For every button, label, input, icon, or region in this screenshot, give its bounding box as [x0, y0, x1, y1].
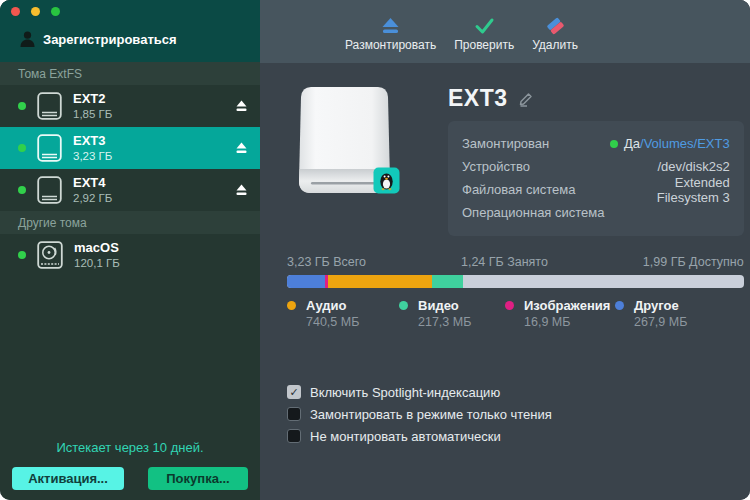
volume-name: EXT4: [73, 175, 234, 191]
verify-label: Проверить: [454, 38, 514, 52]
volume-size: 3,23 ГБ: [73, 149, 234, 163]
purchase-button[interactable]: Покупка...: [148, 467, 248, 490]
expiry-text: Истекает через 10 дней.: [12, 440, 248, 455]
minimize-window-button[interactable]: [31, 7, 40, 16]
mounted-status-dot: [18, 251, 26, 259]
volume-size: 1,85 ГБ: [73, 107, 234, 121]
capacity-section: 3,23 ГБ Всего 1,24 ГБ Занято 1,99 ГБ Дос…: [287, 255, 744, 329]
mounted-status: Да: [624, 136, 640, 151]
toolbar: Размонтировать Проверить Удалить: [260, 0, 750, 63]
external-drive-icon: [37, 134, 62, 162]
volume-drive-image: [297, 85, 392, 202]
linux-badge-icon: [373, 167, 400, 194]
erase-label: Удалить: [532, 38, 578, 52]
unmount-label: Размонтировать: [345, 38, 436, 52]
mount-point-link[interactable]: /Volumes/EXT3: [640, 136, 730, 151]
close-window-button[interactable]: [11, 7, 20, 16]
legend-value: 740,5 МБ: [306, 315, 359, 329]
activation-button[interactable]: Активация...: [12, 467, 124, 490]
legend-value: 267,9 МБ: [634, 315, 687, 329]
legend-dot-audio: [287, 301, 296, 310]
main-pane: Размонтировать Проверить Удалить: [260, 0, 750, 500]
eraser-icon: [545, 17, 566, 35]
legend-item-audio: Аудио740,5 МБ: [287, 297, 399, 329]
app-window: Зарегистрироваться Тома ExtFS EXT2 1,85 …: [0, 0, 750, 500]
verify-button[interactable]: Проверить: [454, 11, 514, 52]
legend-label: Другое: [634, 297, 687, 315]
option-label: Замонтировать в режиме только чтения: [310, 407, 552, 422]
sidebar-item-ext3[interactable]: EXT3 3,23 ГБ: [0, 127, 260, 169]
legend-value: 16,9 МБ: [524, 315, 610, 329]
register-label: Зарегистрироваться: [43, 32, 177, 47]
legend-item-other: Другое267,9 МБ: [615, 297, 687, 329]
volume-details: EXT3 Замонтирован Да /Volumes/EXT: [260, 63, 750, 500]
external-drive-icon: [37, 92, 62, 120]
option-label: Включить Spotlight-индексацию: [310, 385, 500, 400]
legend-label: Аудио: [306, 297, 359, 315]
capacity-segment-video: [432, 275, 463, 288]
edit-name-icon[interactable]: [518, 90, 535, 107]
volume-size: 120,1 ГБ: [74, 256, 248, 270]
option-do-not-mount-auto[interactable]: Не монтировать автоматически: [287, 429, 744, 444]
device-value: /dev/disk2s2: [610, 159, 730, 174]
option-label: Не монтировать автоматически: [310, 429, 501, 444]
erase-button[interactable]: Удалить: [532, 11, 578, 52]
filesystem-value: Extended Filesystem 3: [610, 175, 730, 205]
checkbox-unchecked-icon[interactable]: [287, 407, 301, 421]
capacity-legend: Аудио740,5 МБ Видео217,3 МБ Изображения1…: [287, 297, 744, 329]
volume-title: EXT3: [448, 85, 508, 112]
unmount-button[interactable]: Размонтировать: [345, 11, 436, 52]
license-footer: Истекает через 10 дней. Активация... Пок…: [0, 432, 260, 500]
filesystem-label: Файловая система: [462, 182, 610, 197]
zoom-window-button[interactable]: [51, 7, 60, 16]
sidebar-item-ext2[interactable]: EXT2 1,85 ГБ: [0, 85, 260, 127]
info-row-mounted: Замонтирован Да /Volumes/EXT3: [462, 132, 730, 155]
legend-dot-other: [615, 301, 624, 310]
option-mount-readonly[interactable]: Замонтировать в режиме только чтения: [287, 407, 744, 422]
window-controls: [11, 7, 60, 16]
volume-name: EXT2: [73, 91, 234, 107]
mounted-status-dot: [18, 144, 26, 152]
checkbox-unchecked-icon[interactable]: [287, 429, 301, 443]
volume-size: 2,92 ГБ: [73, 191, 234, 205]
eject-button[interactable]: [234, 100, 248, 112]
legend-item-video: Видео217,3 МБ: [399, 297, 505, 329]
checkbox-checked-icon[interactable]: ✓: [287, 385, 301, 399]
option-spotlight-indexing[interactable]: ✓ Включить Spotlight-индексацию: [287, 385, 744, 400]
checkmark-icon: [474, 17, 495, 35]
section-header-other-label: Другие тома: [18, 216, 87, 230]
device-label: Устройство: [462, 159, 610, 174]
capacity-bar: [287, 275, 744, 288]
register-button[interactable]: Зарегистрироваться: [20, 31, 177, 48]
legend-dot-images: [505, 301, 514, 310]
section-header-other: Другие тома: [0, 211, 260, 234]
capacity-total-label: 3,23 ГБ Всего: [287, 255, 366, 269]
sidebar-item-ext4[interactable]: EXT4 2,92 ГБ: [0, 169, 260, 211]
mount-options: ✓ Включить Spotlight-индексацию Замонтир…: [287, 385, 744, 444]
internal-drive-icon: [37, 241, 63, 269]
capacity-segment-other: [287, 275, 325, 288]
section-header-extfs: Тома ExtFS: [0, 62, 260, 85]
volume-name: EXT3: [73, 133, 234, 149]
capacity-used-label: 1,24 ГБ Занято: [366, 255, 643, 269]
legend-label: Видео: [418, 297, 471, 315]
capacity-free-label: 1,99 ГБ Доступно: [643, 255, 744, 269]
external-drive-icon: [37, 176, 62, 204]
eject-button[interactable]: [234, 142, 248, 154]
section-header-extfs-label: Тома ExtFS: [18, 67, 82, 81]
sidebar-item-macos[interactable]: macOS 120,1 ГБ: [0, 234, 260, 276]
mounted-label: Замонтирован: [462, 136, 610, 151]
sidebar-header: Зарегистрироваться: [0, 0, 260, 62]
eject-button[interactable]: [234, 184, 248, 196]
mounted-status-dot: [610, 140, 618, 148]
user-icon: [20, 31, 35, 48]
legend-value: 217,3 МБ: [418, 315, 471, 329]
volume-name: macOS: [74, 240, 248, 256]
legend-label: Изображения: [524, 297, 610, 315]
mounted-status-dot: [18, 102, 26, 110]
info-row-filesystem: Файловая система Extended Filesystem 3: [462, 178, 730, 201]
mounted-status-dot: [18, 186, 26, 194]
eject-icon: [380, 17, 401, 35]
sidebar: Зарегистрироваться Тома ExtFS EXT2 1,85 …: [0, 0, 260, 500]
legend-dot-video: [399, 301, 408, 310]
